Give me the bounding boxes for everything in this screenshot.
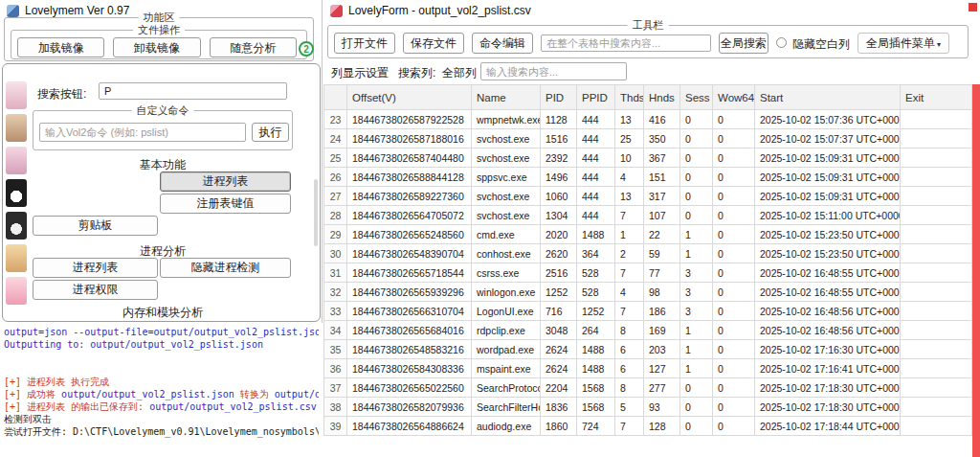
table-cell[interactable]: 0 xyxy=(680,110,713,129)
table-cell[interactable]: 2025-10-02 15:11:00 UTC+0000 xyxy=(755,206,901,225)
process-list-analysis-button[interactable]: 进程列表 xyxy=(33,258,158,278)
table-cell[interactable]: 0 xyxy=(713,206,755,225)
close-icon[interactable] xyxy=(969,3,977,11)
table-cell[interactable]: 2025-10-02 15:09:31 UTC+0000 xyxy=(755,149,901,168)
table-row[interactable]: 2818446738026564705072svchost.exe1304444… xyxy=(324,206,972,225)
table-cell[interactable]: 1836 xyxy=(541,398,577,417)
table-row[interactable]: 3618446738026584308336mspaint.exe2624148… xyxy=(324,359,972,378)
table-row[interactable]: 2418446738026587188016svchost.exe1516444… xyxy=(324,129,972,149)
table-cell[interactable]: 2624 xyxy=(541,340,577,359)
table-cell[interactable]: cmd.exe xyxy=(472,225,541,244)
table-cell[interactable]: 2025-10-02 15:07:37 UTC+0000 xyxy=(755,129,901,149)
table-cell[interactable] xyxy=(901,283,972,302)
table-cell[interactable]: 18446738026548583216 xyxy=(347,340,472,359)
column-header-name[interactable]: Name xyxy=(472,85,541,110)
column-header-ppid[interactable]: PPID xyxy=(577,85,615,110)
table-cell[interactable]: 1568 xyxy=(577,378,615,398)
table-cell[interactable]: 3 xyxy=(680,263,713,283)
table-cell[interactable]: 98 xyxy=(644,283,680,302)
table-cell[interactable]: 2025-10-02 15:23:50 UTC+0000 xyxy=(755,225,901,244)
table-cell[interactable]: 277 xyxy=(644,378,680,398)
table-cell[interactable]: 186 xyxy=(644,302,680,321)
search-column-select[interactable]: 全部列 xyxy=(442,65,477,81)
table-cell[interactable]: 18446738026587922528 xyxy=(347,110,472,129)
table-cell[interactable]: 0 xyxy=(680,168,713,187)
table-cell[interactable]: 8 xyxy=(615,321,644,340)
free-analysis-button[interactable]: 随意分析 xyxy=(210,37,297,57)
table-cell[interactable]: 2025-10-02 17:18:30 UTC+0000 xyxy=(755,398,901,417)
table-cell[interactable]: 93 xyxy=(644,398,680,417)
table-row[interactable]: 3018446738026548390704conhost.exe2620364… xyxy=(324,244,972,263)
table-cell[interactable]: 18446738026548390704 xyxy=(347,244,472,263)
table-cell[interactable]: 0 xyxy=(713,168,755,187)
table-cell[interactable]: 0 xyxy=(713,225,755,244)
table-cell[interactable]: 3 xyxy=(680,283,713,302)
table-cell[interactable]: 0 xyxy=(713,359,755,378)
table-cell[interactable]: 18446738026565939296 xyxy=(347,283,472,302)
save-file-button[interactable]: 保存文件 xyxy=(403,33,464,54)
table-cell[interactable]: 1488 xyxy=(577,359,615,378)
table-row[interactable]: 2718446738026589227360svchost.exe1060444… xyxy=(324,187,972,206)
table-cell[interactable]: 3048 xyxy=(541,321,577,340)
table-cell[interactable]: 2020 xyxy=(541,225,577,244)
column-header-thds[interactable]: Thds xyxy=(615,85,644,110)
table-cell[interactable] xyxy=(901,340,972,359)
table-cell[interactable]: 528 xyxy=(577,283,615,302)
table-row[interactable]: 2318446738026587922528wmpnetwk.exe112844… xyxy=(324,110,972,129)
registry-keys-button[interactable]: 注册表键值 xyxy=(160,194,291,214)
table-cell[interactable]: 1304 xyxy=(541,206,577,225)
table-cell[interactable]: winlogon.exe xyxy=(472,283,541,302)
table-cell[interactable] xyxy=(901,398,972,417)
table-cell[interactable]: 444 xyxy=(577,206,615,225)
table-cell[interactable]: 1860 xyxy=(541,417,577,436)
table-cell[interactable]: 0 xyxy=(713,149,755,168)
table-cell[interactable]: 77 xyxy=(644,263,680,283)
table-row[interactable]: 2518446738026587404480svchost.exe2392444… xyxy=(324,149,972,168)
column-header-wow64[interactable]: Wow64 xyxy=(713,85,755,110)
table-cell[interactable]: 4 xyxy=(615,168,644,187)
table-cell[interactable]: 364 xyxy=(577,244,615,263)
column-header-offset-v-[interactable]: Offset(V) xyxy=(347,85,472,110)
table-cell[interactable]: 127 xyxy=(644,359,680,378)
table-cell[interactable] xyxy=(901,263,972,283)
table-cell[interactable]: 0 xyxy=(680,187,713,206)
table-cell[interactable]: 724 xyxy=(577,417,615,436)
table-row[interactable]: 2918446738026565248560cmd.exe20201488122… xyxy=(324,225,972,244)
table-cell[interactable]: 18446738026564705072 xyxy=(347,206,472,225)
table-cell[interactable]: 444 xyxy=(577,149,615,168)
table-cell[interactable]: 528 xyxy=(577,263,615,283)
table-cell[interactable]: 0 xyxy=(713,321,755,340)
table-cell[interactable]: svchost.exe xyxy=(472,187,541,206)
table-cell[interactable]: 2025-10-02 17:18:30 UTC+0000 xyxy=(755,378,901,398)
table-cell[interactable]: 2025-10-02 15:09:31 UTC+0000 xyxy=(755,168,901,187)
table-cell[interactable]: 1060 xyxy=(541,187,577,206)
table-cell[interactable]: 7 xyxy=(615,417,644,436)
table-cell[interactable]: 0 xyxy=(680,129,713,149)
table-cell[interactable]: 444 xyxy=(577,168,615,187)
table-cell[interactable]: 128 xyxy=(644,417,680,436)
table-cell[interactable]: 1488 xyxy=(577,225,615,244)
table-cell[interactable]: 6 xyxy=(615,340,644,359)
table-cell[interactable]: 444 xyxy=(577,129,615,149)
table-cell[interactable]: 22 xyxy=(644,225,680,244)
table-cell[interactable]: 0 xyxy=(680,206,713,225)
table-cell[interactable] xyxy=(901,321,972,340)
table-row[interactable]: 3118446738026565718544csrss.exe251652877… xyxy=(324,263,972,283)
process-permissions-button[interactable]: 进程权限 xyxy=(33,280,158,300)
table-cell[interactable]: 0 xyxy=(680,149,713,168)
table-cell[interactable]: svchost.exe xyxy=(472,149,541,168)
table-cell[interactable]: SearchFilterHo xyxy=(472,398,541,417)
unload-image-button[interactable]: 卸载镜像 xyxy=(113,37,200,57)
table-row[interactable]: 3318446738026566310704LogonUI.exe7161252… xyxy=(324,302,972,321)
table-cell[interactable]: svchost.exe xyxy=(472,206,541,225)
table-cell[interactable]: 0 xyxy=(713,417,755,436)
load-image-button[interactable]: 加载镜像 xyxy=(17,37,104,57)
table-cell[interactable]: 1488 xyxy=(577,340,615,359)
table-cell[interactable]: 2025-10-02 17:18:44 UTC+0000 xyxy=(755,417,901,436)
table-row[interactable]: 3418446738026565684016rdpclip.exe3048264… xyxy=(324,321,972,340)
table-cell[interactable]: 3 xyxy=(680,302,713,321)
table-cell[interactable]: 7 xyxy=(615,302,644,321)
table-cell[interactable] xyxy=(901,187,972,206)
table-cell[interactable]: 18446738026565718544 xyxy=(347,263,472,283)
table-cell[interactable]: 2 xyxy=(615,244,644,263)
